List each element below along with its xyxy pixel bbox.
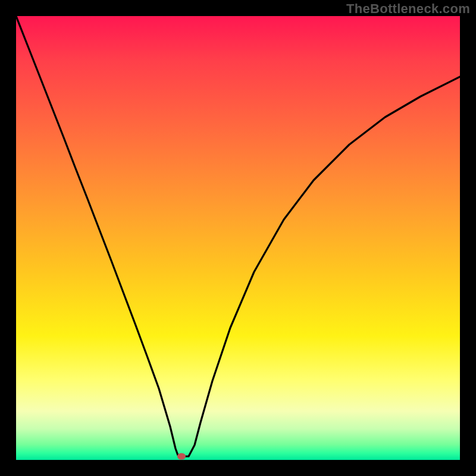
curve-path	[16, 16, 460, 456]
bottleneck-curve	[16, 16, 460, 460]
chart-frame: TheBottleneck.com	[0, 0, 476, 476]
watermark-text: TheBottleneck.com	[346, 1, 470, 17]
optimum-marker	[177, 453, 186, 460]
plot-area	[16, 16, 460, 460]
